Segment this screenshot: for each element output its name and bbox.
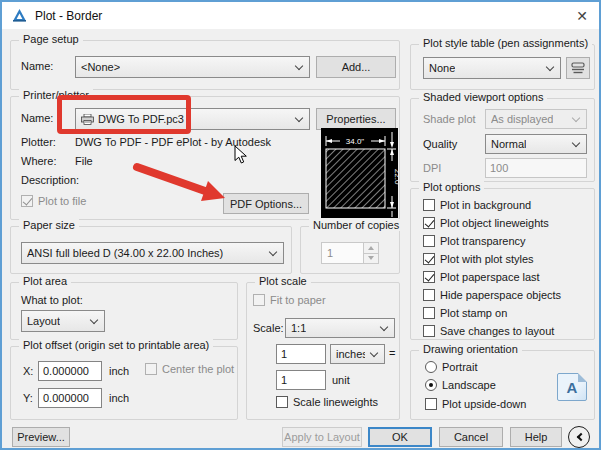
chevron-down-icon <box>546 62 554 70</box>
plot-upside-down-row: Plot upside-down <box>425 398 526 410</box>
offset-y-field[interactable]: 0.000000 <box>38 388 102 408</box>
pen-table-icon <box>571 62 585 74</box>
properties-button[interactable]: Properties... <box>316 108 396 130</box>
plot-in-background-checkbox[interactable] <box>423 199 435 211</box>
cancel-button[interactable]: Cancel <box>439 427 503 447</box>
preview-button[interactable]: Preview... <box>12 427 70 447</box>
drawing-units-field[interactable]: 1 <box>276 370 326 390</box>
what-to-plot-value: Layout <box>27 315 60 327</box>
plot-area-group-title: Plot area <box>19 275 71 287</box>
plot-stamp-on-checkbox[interactable] <box>423 307 435 319</box>
chevron-down-icon <box>295 113 303 121</box>
center-plot-row: Center the plot <box>145 363 234 375</box>
help-button[interactable]: Help <box>510 427 562 447</box>
less-options-button[interactable] <box>568 426 590 448</box>
landscape-radio[interactable] <box>425 379 437 391</box>
units-select[interactable]: inches <box>330 344 385 364</box>
apply-to-layout-button: Apply to Layout <box>282 427 362 447</box>
plot-area-group: Plot area What to plot: Layout <box>10 282 238 340</box>
what-to-plot-select[interactable]: Layout <box>21 310 105 332</box>
plot-option-row: Save changes to layout <box>423 325 554 337</box>
plot-upside-down-checkbox[interactable] <box>425 398 437 410</box>
portrait-radio[interactable] <box>425 361 437 373</box>
unit-label: unit <box>332 374 350 386</box>
plot-style-group-title: Plot style table (pen assignments) <box>419 37 592 49</box>
scale-select[interactable]: 1:1 <box>285 318 395 338</box>
plot-to-file-checkbox <box>21 195 33 207</box>
chevron-down-icon <box>380 322 388 330</box>
plotter-label: Plotter: <box>21 136 56 148</box>
where-label: Where: <box>21 155 56 167</box>
landscape-label: Landscape <box>442 379 496 391</box>
add-button[interactable]: Add... <box>316 56 396 78</box>
plot-style-value: None <box>429 62 455 74</box>
paper-fold-corner <box>578 373 587 382</box>
equals-sign: = <box>389 347 395 359</box>
quality-label: Quality <box>423 138 457 150</box>
preview-height-dimension: 22.0" <box>393 169 398 188</box>
stepper-down-icon <box>364 254 379 265</box>
chevron-left-icon <box>576 433 584 441</box>
printer-name-label: Name: <box>21 112 53 124</box>
chevron-down-icon <box>269 247 277 255</box>
copies-value: 1 <box>321 242 364 264</box>
highlight-rectangle-annotation <box>57 95 191 134</box>
hide-paperspace-objects-checkbox[interactable] <box>423 289 435 301</box>
plot-paperspace-last-checkbox[interactable] <box>423 271 435 283</box>
save-changes-to-layout-checkbox[interactable] <box>423 325 435 337</box>
copies-group: Number of copies 1 <box>300 226 400 274</box>
plot-option-row: Plot in background <box>423 199 531 211</box>
plot-object-lineweights-checkbox[interactable] <box>423 217 435 229</box>
paper-preview-thumbnail: 34.0" 22.0" <box>321 128 398 220</box>
chevron-down-icon <box>295 61 303 69</box>
close-icon[interactable]: ✕ <box>571 6 593 26</box>
offset-y-unit: inch <box>109 392 129 404</box>
plot-style-select[interactable]: None <box>423 57 561 79</box>
scale-label: Scale: <box>253 322 284 334</box>
plot-scale-group: Plot scale Fit to paper Scale: 1:1 1 inc… <box>246 282 400 420</box>
plot-options-group-title: Plot options <box>419 181 484 193</box>
shaded-viewport-group: Shaded viewport options Shade plot As di… <box>410 98 595 182</box>
plot-option-label: Plot paperspace last <box>440 271 540 283</box>
paper-size-group: Paper size ANSI full bleed D (34.00 x 22… <box>10 226 292 274</box>
page-setup-name-select[interactable]: <None> <box>75 56 310 78</box>
quality-select[interactable]: Normal <box>485 134 587 154</box>
stepper-up-icon <box>364 242 379 254</box>
scale-lineweights-checkbox[interactable] <box>276 396 288 408</box>
plot-transparency-checkbox[interactable] <box>423 235 435 247</box>
preview-width-dimension: 34.0" <box>346 137 365 146</box>
offset-x-field[interactable]: 0.000000 <box>38 361 102 381</box>
scale-lineweights-row: Scale lineweights <box>276 396 378 408</box>
edit-plot-style-button[interactable] <box>566 57 590 79</box>
page-setup-group-title: Page setup <box>19 33 83 45</box>
plot-option-label: Plot object lineweights <box>440 217 549 229</box>
chevron-down-icon <box>370 348 378 356</box>
center-plot-label: Center the plot <box>162 363 234 375</box>
chevron-down-icon <box>572 113 580 121</box>
center-plot-checkbox <box>145 363 157 375</box>
plot-with-plot-styles-checkbox[interactable] <box>423 253 435 265</box>
plot-option-label: Hide paperspace objects <box>440 289 561 301</box>
paper-size-select[interactable]: ANSI full bleed D (34.00 x 22.00 Inches) <box>21 242 284 264</box>
window-title: Plot - Border <box>35 9 102 23</box>
shade-plot-label: Shade plot <box>423 113 476 125</box>
fit-to-paper-label: Fit to paper <box>270 294 326 306</box>
paper-units-field[interactable]: 1 <box>276 344 326 364</box>
plot-option-row: Plot paperspace last <box>423 271 540 283</box>
plot-to-file-row: Plot to file <box>21 195 86 207</box>
chevron-down-icon <box>572 138 580 146</box>
drawing-orientation-group: Drawing orientation Portrait Landscape P… <box>410 350 595 420</box>
chevron-down-icon <box>90 315 98 323</box>
ok-button[interactable]: OK <box>368 427 432 447</box>
plot-scale-group-title: Plot scale <box>255 275 311 287</box>
shade-plot-value: As displayed <box>491 113 553 125</box>
plot-options-group: Plot options Plot in background Plot obj… <box>410 188 595 340</box>
page-setup-group: Page setup Name: <None> Add... <box>10 40 400 90</box>
portrait-label: Portrait <box>442 361 477 373</box>
plot-option-label: Plot transparency <box>440 235 526 247</box>
shade-plot-select: As displayed <box>485 109 587 129</box>
plot-option-row: Plot transparency <box>423 235 526 247</box>
what-to-plot-label: What to plot: <box>21 294 83 306</box>
quality-value: Normal <box>491 138 526 150</box>
landscape-row: Landscape <box>425 379 496 391</box>
